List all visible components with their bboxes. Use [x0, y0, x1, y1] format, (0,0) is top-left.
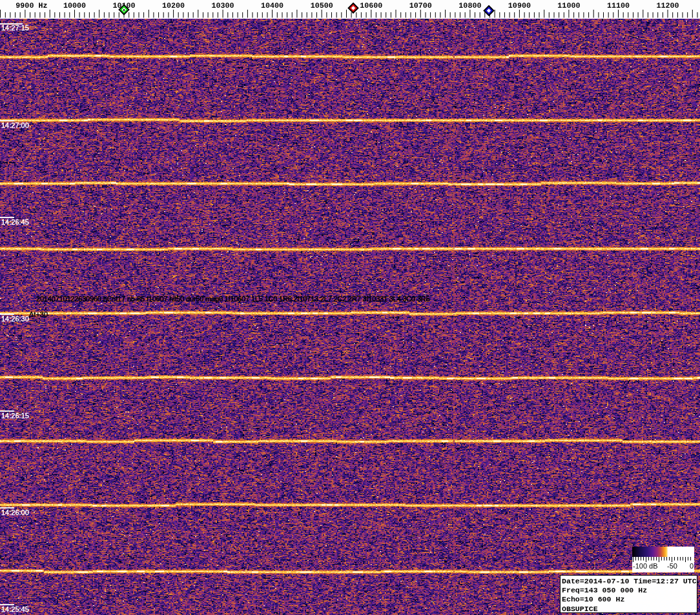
- svg-text:9900 Hz: 9900 Hz: [15, 1, 47, 10]
- svg-text:10000: 10000: [63, 1, 86, 10]
- svg-text:11000: 11000: [557, 1, 580, 10]
- svg-text:11200: 11200: [656, 1, 679, 10]
- svg-text:10300: 10300: [212, 1, 234, 10]
- svg-text:10500: 10500: [311, 1, 333, 10]
- svg-text:10400: 10400: [261, 1, 283, 10]
- svg-text:10900: 10900: [508, 1, 531, 10]
- svg-text:10800: 10800: [458, 1, 481, 10]
- svg-text:10600: 10600: [360, 1, 382, 10]
- svg-text:10200: 10200: [162, 1, 185, 10]
- svg-text:10700: 10700: [409, 1, 432, 10]
- svg-text:11100: 11100: [607, 1, 630, 10]
